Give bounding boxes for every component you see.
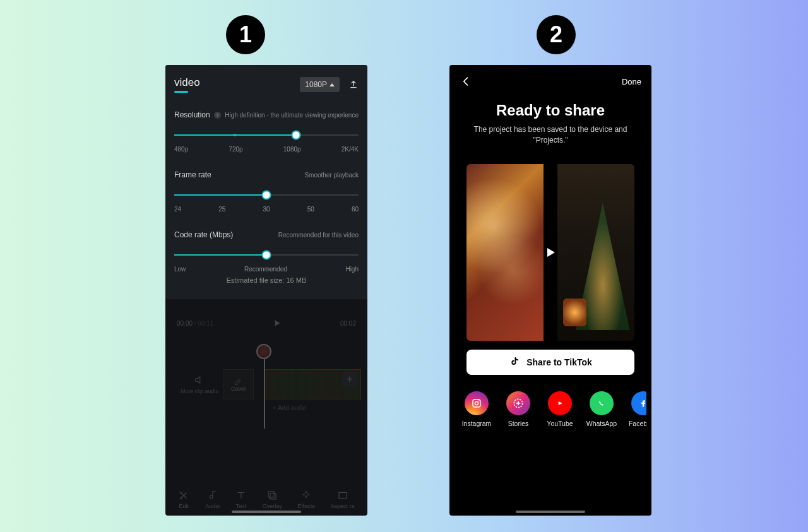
resolution-hint: High definition - the ultimate viewing e… bbox=[225, 112, 359, 119]
facebook-icon bbox=[631, 391, 646, 415]
share-facebook[interactable]: Facebook bbox=[627, 391, 646, 427]
tool-edit[interactable]: Edit bbox=[178, 490, 189, 509]
speaker-off-icon bbox=[194, 374, 205, 386]
framerate-ticks: 24 25 30 50 60 bbox=[174, 206, 359, 213]
share-tiktok-label: Share to TikTok bbox=[526, 357, 592, 367]
tool-label: Edit bbox=[179, 503, 189, 509]
time-total: / 00:11 bbox=[194, 320, 214, 327]
editor-background-dimmed: 00:00 / 00:11 00:02 Mute clip audio Cove… bbox=[165, 314, 367, 516]
svg-point-6 bbox=[475, 401, 478, 405]
tool-audio[interactable]: Audio bbox=[205, 490, 220, 509]
slider-knob[interactable] bbox=[262, 191, 271, 200]
tab-underline bbox=[174, 91, 188, 93]
editor-toolbar: Edit Audio Text Overlay Effects Aspect r… bbox=[165, 490, 367, 509]
share-tiktok-button[interactable]: Share to TikTok bbox=[466, 350, 634, 375]
export-button[interactable] bbox=[348, 80, 359, 90]
resolution-value: 1080P bbox=[305, 80, 327, 89]
tool-overlay[interactable]: Overlay bbox=[263, 490, 282, 509]
coderate-hint: Recommended for this video bbox=[278, 232, 359, 239]
playhead-thumb[interactable] bbox=[256, 344, 271, 359]
music-note-icon bbox=[207, 490, 218, 501]
share-instagram[interactable]: Instagram bbox=[461, 391, 492, 427]
time-marker: 00:02 bbox=[340, 320, 356, 327]
editor-timebar: 00:00 / 00:11 00:02 bbox=[165, 314, 367, 333]
export-sheet: video 1080P Resolution ? High def bbox=[165, 65, 367, 299]
estimated-size: Estimated file size: 16 MB bbox=[174, 276, 359, 284]
preview-right-frame bbox=[557, 164, 634, 341]
export-tab[interactable]: video bbox=[174, 76, 200, 93]
share-whatsapp[interactable]: WhatsApp bbox=[586, 391, 617, 427]
svg-rect-2 bbox=[268, 492, 274, 497]
share-label: Instagram bbox=[462, 420, 492, 427]
mute-button[interactable]: Mute clip audio bbox=[181, 374, 219, 394]
tool-label: Overlay bbox=[263, 503, 282, 509]
share-stories[interactable]: Stories bbox=[502, 391, 534, 427]
framerate-label: Frame rate bbox=[174, 170, 211, 179]
aspect-ratio-icon bbox=[337, 490, 348, 501]
overlay-icon bbox=[266, 490, 278, 501]
tool-effects[interactable]: Effects bbox=[297, 490, 314, 509]
coderate-section: Code rate (Mbps) Recommended for this vi… bbox=[174, 230, 359, 273]
share-title: Ready to share bbox=[449, 102, 651, 119]
export-settings-screen: 00:00 / 00:11 00:02 Mute clip audio Cove… bbox=[165, 65, 367, 516]
resolution-slider[interactable] bbox=[174, 131, 359, 139]
badge-2-number: 2 bbox=[550, 21, 562, 48]
home-indicator bbox=[232, 511, 301, 513]
resolution-dropdown[interactable]: 1080P bbox=[300, 77, 340, 92]
svg-point-7 bbox=[478, 400, 480, 401]
share-label: Facebook bbox=[629, 420, 646, 427]
tiktok-icon bbox=[509, 357, 520, 368]
coderate-ticks: Low Recommended High bbox=[174, 266, 359, 273]
coderate-label: Code rate (Mbps) bbox=[174, 230, 233, 239]
tool-label: Effects bbox=[297, 503, 314, 509]
text-icon bbox=[235, 490, 247, 501]
share-subtitle: The project has been saved to the device… bbox=[467, 124, 634, 146]
step-badge-2: 2 bbox=[537, 15, 576, 54]
framerate-hint: Smoother playback bbox=[304, 172, 359, 179]
timeline[interactable]: Mute clip audio Cover + + Add audio bbox=[165, 346, 367, 429]
share-label: WhatsApp bbox=[586, 420, 617, 427]
tool-label: Text bbox=[236, 503, 247, 509]
resolution-label: Resolution ? bbox=[174, 110, 221, 119]
export-tab-label: video bbox=[174, 76, 200, 89]
export-header: video 1080P bbox=[174, 76, 359, 93]
add-audio-button[interactable]: + Add audio bbox=[273, 405, 306, 411]
slider-knob[interactable] bbox=[291, 131, 300, 140]
stories-icon bbox=[506, 391, 530, 415]
tool-aspect-ratio[interactable]: Aspect ra bbox=[331, 490, 355, 509]
preview-left-frame bbox=[466, 164, 544, 341]
svg-rect-4 bbox=[339, 493, 347, 499]
edit-cover-icon bbox=[234, 377, 243, 386]
help-icon[interactable]: ? bbox=[214, 112, 221, 119]
framerate-slider[interactable] bbox=[174, 191, 359, 199]
whatsapp-icon bbox=[590, 391, 614, 415]
cover-button[interactable]: Cover bbox=[223, 369, 254, 399]
time-current: 00:00 bbox=[177, 320, 193, 327]
resolution-section: Resolution ? High definition - the ultim… bbox=[174, 110, 359, 153]
tool-text[interactable]: Text bbox=[235, 490, 247, 509]
share-targets-row[interactable]: Instagram Stories YouTube WhatsApp Faceb… bbox=[454, 391, 646, 427]
tool-label: Audio bbox=[205, 503, 220, 509]
coderate-slider[interactable] bbox=[174, 251, 359, 259]
mute-label: Mute clip audio bbox=[181, 388, 219, 394]
play-icon[interactable] bbox=[273, 319, 282, 328]
back-button[interactable] bbox=[460, 75, 472, 88]
slider-knob[interactable] bbox=[262, 251, 271, 260]
step-badge-1: 1 bbox=[226, 15, 265, 54]
add-clip-button[interactable]: + bbox=[342, 372, 357, 387]
home-indicator bbox=[516, 511, 585, 513]
play-icon[interactable] bbox=[543, 245, 558, 260]
share-youtube[interactable]: YouTube bbox=[544, 391, 576, 427]
share-screen: Done Ready to share The project has been… bbox=[449, 65, 651, 516]
video-preview[interactable] bbox=[466, 164, 634, 341]
framerate-section: Frame rate Smoother playback 24 25 30 50… bbox=[174, 170, 359, 213]
playhead[interactable] bbox=[264, 359, 265, 429]
badge-1-number: 1 bbox=[239, 21, 252, 48]
done-button[interactable]: Done bbox=[622, 77, 641, 86]
share-topbar: Done bbox=[449, 65, 651, 88]
sparkle-icon bbox=[300, 490, 312, 501]
tool-label: Aspect ra bbox=[331, 503, 355, 509]
instagram-icon bbox=[465, 391, 489, 415]
youtube-icon bbox=[548, 391, 572, 415]
cover-label: Cover bbox=[231, 386, 246, 392]
